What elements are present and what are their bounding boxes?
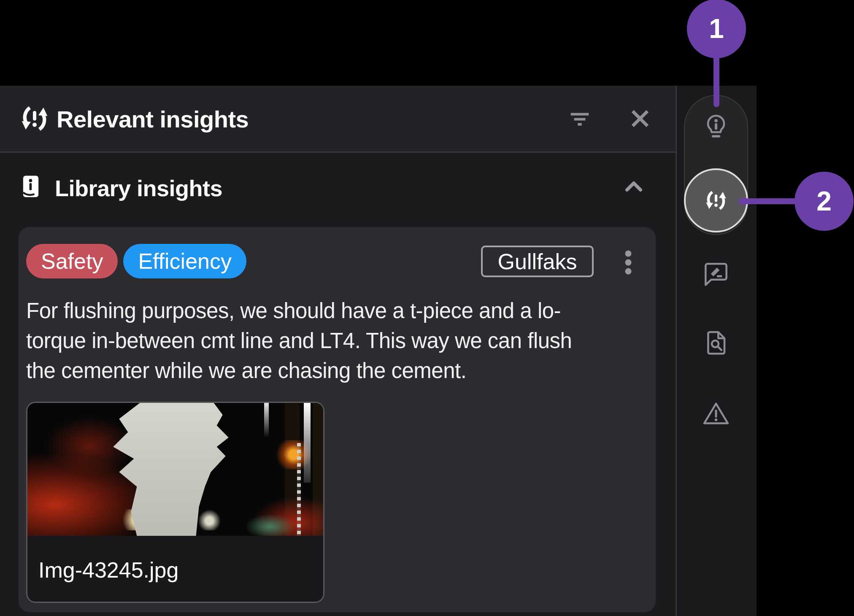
field-badge: Gullfaks: [481, 246, 594, 277]
warning-triangle-icon: [703, 400, 730, 427]
app-screenshot: Relevant insights: [0, 0, 854, 616]
right-icon-rail: [676, 86, 757, 616]
close-icon: [627, 106, 653, 131]
rail-item-warnings[interactable]: [703, 400, 730, 427]
relevant-insights-icon: [18, 102, 51, 135]
card-menu-button[interactable]: [616, 247, 641, 278]
annotation-step-2: 2: [795, 172, 854, 231]
rail-item-document-search[interactable]: [703, 330, 730, 357]
chevron-up-icon: [620, 173, 647, 200]
collapse-section-button[interactable]: [619, 172, 648, 201]
document-search-icon: [703, 330, 730, 357]
description-line: the cementer while we are chasing the ce…: [26, 356, 572, 386]
annotation-number: 2: [816, 186, 832, 217]
attachment-photo: [27, 403, 323, 536]
library-book-icon: [19, 172, 43, 202]
panel-header: Relevant insights: [0, 86, 676, 153]
panel-title: Relevant insights: [57, 104, 249, 135]
description-line: For flushing purposes, we should have a …: [26, 296, 572, 326]
relevant-insights-icon: [703, 187, 729, 213]
relevant-insights-panel: Relevant insights: [0, 86, 676, 616]
annotation-step-1: 1: [687, 0, 746, 58]
filter-icon: [566, 105, 593, 132]
tags-row: Safety Efficiency: [26, 244, 246, 278]
insight-card: Safety Efficiency Gullfaks For flushing …: [19, 227, 656, 612]
attachment-filename: Img-43245.jpg: [38, 557, 178, 583]
tag-efficiency[interactable]: Efficiency: [123, 244, 246, 278]
section-title: Library insights: [55, 175, 222, 201]
insights-toggle-group: [684, 95, 748, 235]
tag-safety[interactable]: Safety: [26, 244, 118, 278]
feedback-pen-icon: [703, 261, 730, 288]
kebab-menu-icon: [623, 250, 633, 275]
lightbulb-info-icon: [703, 113, 730, 140]
attachment-tile[interactable]: Img-43245.jpg: [26, 402, 324, 603]
description-line: torque in-between cmt line and LT4. This…: [26, 326, 572, 356]
annotation-connector-1: [713, 54, 719, 107]
annotation-connector-2: [739, 198, 797, 204]
rail-item-lightbulb[interactable]: [703, 113, 730, 140]
rail-item-feedback[interactable]: [703, 261, 730, 288]
filter-button[interactable]: [565, 104, 594, 133]
annotation-number: 1: [709, 13, 724, 44]
close-panel-button[interactable]: [626, 104, 654, 133]
insight-description: For flushing purposes, we should have a …: [26, 296, 572, 386]
